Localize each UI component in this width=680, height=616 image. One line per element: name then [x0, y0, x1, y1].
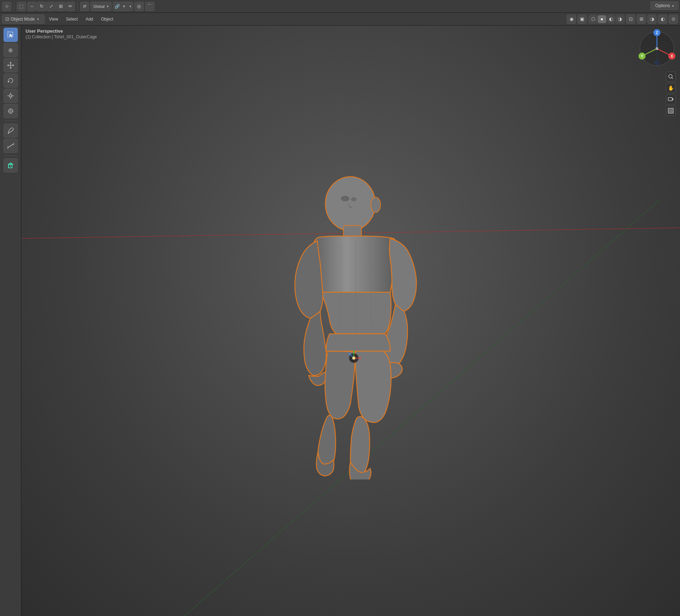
sidebar-tool-scale[interactable] — [4, 89, 18, 103]
svg-point-40 — [656, 47, 658, 50]
sidebar-tool-cursor[interactable]: ⊕ — [4, 43, 18, 57]
sidebar-tool-rotate[interactable] — [4, 73, 18, 88]
svg-line-42 — [672, 78, 673, 79]
view-menu[interactable]: View — [45, 15, 62, 24]
separator — [14, 3, 14, 10]
mode-label: Object Mode — [11, 17, 35, 22]
sidebar-tool-transform[interactable] — [4, 104, 18, 118]
left-sidebar: ⊕ — [0, 26, 21, 616]
editor-props-btn[interactable]: ⊞ — [637, 15, 646, 24]
svg-point-53 — [371, 197, 380, 213]
transform-icon — [7, 107, 15, 115]
viewport-right-icons: ✋ — [666, 72, 676, 116]
object-menu[interactable]: Object — [98, 15, 117, 24]
rotate-icon — [7, 77, 15, 84]
svg-rect-21 — [9, 164, 12, 168]
svg-point-52 — [351, 197, 357, 202]
svg-point-51 — [341, 196, 349, 202]
character-figure — [274, 174, 437, 479]
grid-icon — [668, 108, 674, 114]
transform-group: ↔ ↻ ⤢ ⊞ ✏ — [27, 2, 75, 11]
xray-toggle-btn[interactable]: ▣ — [577, 15, 587, 24]
svg-text:Y: Y — [641, 54, 643, 58]
select-box-icon — [7, 31, 15, 39]
orbit-camera-btn[interactable] — [666, 94, 676, 104]
svg-line-18 — [8, 144, 13, 148]
select-menu[interactable]: Select — [62, 15, 81, 24]
zoom-extents-btn[interactable] — [666, 72, 676, 82]
sidebar-tool-annotate[interactable] — [4, 123, 18, 138]
camera-icon — [668, 97, 674, 102]
options-chevron-icon: ▾ — [672, 4, 674, 8]
select-box-btn[interactable]: ⬚ — [17, 2, 26, 11]
solid-shading-btn[interactable]: ● — [598, 15, 606, 23]
sync-btn[interactable]: ⇄ — [80, 2, 89, 11]
measure-icon — [7, 142, 15, 150]
options-button[interactable]: Options ▾ — [651, 1, 679, 10]
nav-gizmo-svg: Z X Y — [637, 29, 676, 68]
scale-icon — [7, 92, 15, 100]
nav-gizmo[interactable]: Z X Y — [637, 29, 676, 68]
move-icon — [7, 61, 15, 69]
move-btn[interactable]: ↔ — [27, 2, 37, 11]
shader-options-btn[interactable]: ◐ — [658, 15, 667, 24]
snap-chevron: ▾ — [130, 5, 131, 8]
viewport-shading-btn2[interactable]: ◑ — [647, 15, 657, 24]
separator2 — [77, 3, 78, 10]
menu-bar: ⊡ Object Mode ▾ View Select Add Object ◉… — [0, 13, 680, 26]
render-settings-btn[interactable]: ⊡ — [626, 15, 635, 24]
snap-options-btn[interactable]: ⌖ — [121, 2, 127, 11]
scale-btn[interactable]: ⤢ — [46, 2, 56, 11]
sidebar-separator-2 — [4, 155, 17, 156]
snap-group: 🔗 ⌖ ▾ — [113, 2, 133, 11]
shading-modes: ⬡ ● ◐ ◑ — [588, 15, 625, 24]
svg-text:X: X — [671, 54, 673, 58]
proportional-edit-btn[interactable]: ◎ — [135, 2, 144, 11]
annotate-icon — [7, 127, 15, 134]
svg-marker-7 — [13, 64, 14, 66]
sidebar-tool-move[interactable] — [4, 58, 18, 72]
ortho-grid-btn[interactable] — [666, 106, 676, 116]
annotate-btn[interactable]: ✏ — [66, 2, 75, 11]
magnet-icon: 🔗 — [115, 4, 120, 9]
pan-view-btn[interactable]: ✋ — [666, 83, 676, 93]
mode-chevron-icon: ▾ — [37, 17, 39, 21]
svg-line-17 — [8, 133, 9, 134]
sidebar-tool-measure[interactable] — [4, 139, 18, 153]
svg-point-67 — [353, 358, 354, 359]
options-label: Options — [655, 3, 670, 8]
transform-btn[interactable]: ⊞ — [56, 2, 65, 11]
global-btn[interactable]: Global ▾ — [91, 2, 111, 11]
svg-rect-9 — [10, 95, 12, 97]
3d-viewport[interactable]: User Perspective (1) Collection | Tshirt… — [21, 26, 680, 616]
svg-text:Z: Z — [656, 31, 658, 35]
svg-point-50 — [325, 177, 375, 231]
material-shading-btn[interactable]: ◐ — [607, 15, 615, 23]
svg-marker-8 — [7, 81, 10, 83]
svg-rect-43 — [668, 98, 672, 101]
sidebar-separator-1 — [4, 121, 17, 121]
svg-marker-6 — [7, 64, 9, 66]
zoom-icon — [668, 74, 674, 79]
render-shading-btn[interactable]: ◑ — [615, 15, 624, 23]
top-toolbar: ⊹ ⬚ ↔ ↻ ⤢ ⊞ ✏ ⇄ Global ▾ 🔗 ⌖ ▾ ◎ ⌒ Optio… — [0, 0, 680, 13]
mode-selector-btn[interactable]: ⊡ Object Mode ▾ — [2, 15, 45, 24]
proportional-falloff-btn[interactable]: ⌒ — [145, 2, 154, 11]
wireframe-shading-btn[interactable]: ⬡ — [589, 15, 597, 23]
svg-point-39 — [654, 60, 659, 65]
add-cube-icon — [7, 161, 15, 169]
chevron-down-icon: ▾ — [107, 5, 109, 8]
world-space-btn[interactable]: ⊙ — [669, 15, 678, 24]
add-menu[interactable]: Add — [82, 15, 97, 24]
editor-type-btn[interactable]: ⊹ — [2, 2, 11, 11]
right-icons-group: ◉ ▣ ⬡ ● ◐ ◑ ⊡ ⊞ ◑ ◐ ⊙ — [567, 15, 678, 24]
svg-marker-4 — [10, 62, 12, 63]
character-svg — [274, 174, 437, 479]
svg-marker-5 — [10, 67, 12, 69]
sidebar-tool-select[interactable] — [4, 28, 18, 42]
viewport-overlays-btn[interactable]: ◉ — [567, 15, 576, 24]
global-label: Global — [93, 4, 105, 9]
rotate-btn[interactable]: ↻ — [37, 2, 46, 11]
svg-rect-45 — [668, 108, 673, 113]
sidebar-tool-add-cube[interactable] — [4, 158, 18, 172]
